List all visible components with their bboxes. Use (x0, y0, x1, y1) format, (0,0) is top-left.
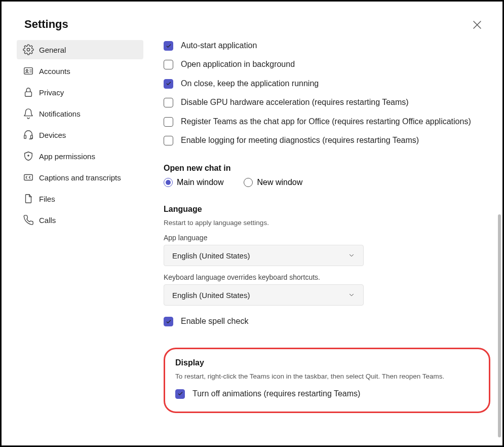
sidebar-item-label: Notifications (39, 109, 81, 118)
keyboard-language-dropdown[interactable]: English (United States) (164, 284, 364, 306)
radio-main-window[interactable]: Main window (164, 178, 223, 187)
sidebar-item-app-permissions[interactable]: App permissions (17, 146, 143, 166)
gear-icon (23, 44, 34, 55)
radio-label: Main window (177, 178, 223, 187)
settings-sidebar: General Accounts Privacy Notifications D… (17, 40, 143, 447)
display-restart-hint: To restart, right-click the Teams icon i… (175, 372, 479, 380)
checkbox-label: On close, keep the application running (181, 78, 319, 89)
sidebar-item-label: Devices (39, 131, 66, 139)
checkbox-label: Register Teams as the chat app for Offic… (181, 116, 471, 127)
chevron-down-icon (348, 291, 355, 299)
checkbox-label: Turn off animations (requires restarting… (192, 388, 360, 399)
svg-point-6 (28, 155, 29, 156)
radio-new-window[interactable]: New window (244, 178, 302, 187)
checkbox-register-chat[interactable] (164, 117, 173, 127)
file-icon (23, 193, 34, 204)
scrollbar[interactable] (498, 214, 501, 437)
svg-rect-3 (25, 92, 32, 96)
section-display: Display (175, 358, 479, 367)
checkbox-label: Disable GPU hardware acceleration (requi… (181, 97, 409, 108)
section-open-chat: Open new chat in (164, 164, 482, 173)
section-language: Language (164, 205, 482, 214)
chevron-down-icon (348, 252, 355, 259)
sidebar-item-captions[interactable]: Captions and transcripts (17, 168, 143, 187)
dropdown-value: English (United States) (172, 291, 250, 300)
app-language-label: App language (164, 234, 482, 242)
checkbox-enable-logging[interactable] (164, 136, 173, 145)
checkbox-label: Open application in background (181, 59, 295, 70)
checkbox-open-background[interactable] (164, 60, 173, 69)
id-card-icon (23, 65, 34, 77)
sidebar-item-label: Captions and transcripts (39, 173, 121, 182)
svg-rect-4 (24, 135, 26, 138)
sidebar-item-label: Files (39, 195, 55, 203)
display-section-callout: Display To restart, right-click the Team… (164, 348, 490, 413)
radio-label: New window (257, 178, 302, 187)
sidebar-item-calls[interactable]: Calls (17, 210, 143, 230)
captions-icon (23, 172, 34, 183)
dropdown-value: English (United States) (172, 251, 250, 260)
headset-icon (23, 129, 34, 140)
sidebar-item-files[interactable]: Files (17, 189, 143, 208)
page-title: Settings (24, 18, 68, 31)
sidebar-item-privacy[interactable]: Privacy (17, 83, 143, 102)
sidebar-item-label: Privacy (39, 88, 64, 97)
lock-icon (23, 87, 34, 98)
checkbox-on-close[interactable] (164, 79, 173, 89)
sidebar-item-notifications[interactable]: Notifications (17, 104, 143, 123)
svg-rect-7 (24, 175, 33, 180)
radio-icon (244, 178, 253, 187)
radio-icon (164, 178, 173, 187)
svg-rect-1 (24, 68, 33, 74)
sidebar-item-label: Accounts (39, 67, 70, 76)
checkbox-label: Enable logging for meeting diagnostics (… (181, 135, 419, 146)
sidebar-item-devices[interactable]: Devices (17, 125, 143, 144)
checkbox-turn-off-animations[interactable] (175, 389, 185, 399)
svg-point-2 (26, 69, 28, 71)
settings-content: Auto-start application Open application … (143, 40, 502, 447)
close-icon (472, 20, 482, 30)
checkbox-spell-check[interactable] (164, 317, 173, 326)
sidebar-item-label: General (39, 46, 66, 54)
app-language-dropdown[interactable]: English (United States) (164, 245, 364, 266)
sidebar-item-accounts[interactable]: Accounts (17, 61, 143, 81)
keyboard-language-label: Keyboard language overrides keyboard sho… (164, 273, 482, 281)
sidebar-item-label: App permissions (39, 152, 95, 161)
checkbox-label: Enable spell check (181, 316, 248, 327)
checkbox-label: Auto-start application (181, 40, 257, 51)
phone-icon (23, 214, 34, 226)
shield-icon (23, 151, 34, 162)
checkbox-disable-gpu[interactable] (164, 98, 173, 107)
sidebar-item-label: Calls (39, 216, 56, 225)
close-button[interactable] (472, 20, 482, 30)
sidebar-item-general[interactable]: General (17, 40, 143, 59)
language-restart-hint: Restart to apply language settings. (164, 219, 482, 227)
bell-icon (23, 108, 34, 119)
checkbox-autostart[interactable] (164, 41, 173, 51)
svg-point-0 (27, 48, 30, 51)
